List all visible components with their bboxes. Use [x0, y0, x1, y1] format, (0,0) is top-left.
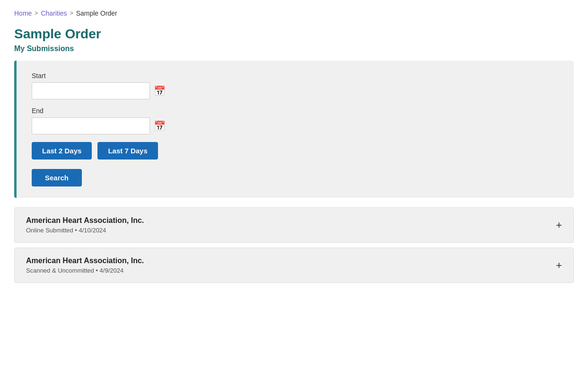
- results-list: American Heart Association, Inc. Online …: [14, 207, 574, 283]
- last-7-days-button[interactable]: Last 7 Days: [97, 142, 158, 160]
- end-date-input[interactable]: [32, 117, 150, 134]
- end-date-group: End 📅: [32, 107, 559, 134]
- breadcrumb-current: Sample Order: [76, 9, 117, 17]
- start-date-input-wrapper: 📅: [32, 82, 559, 99]
- result-card-content-2: American Heart Association, Inc. Scanned…: [26, 257, 144, 274]
- page-subtitle: My Submissions: [14, 44, 574, 53]
- end-calendar-icon[interactable]: 📅: [154, 120, 166, 132]
- page-title: Sample Order: [14, 27, 574, 42]
- breadcrumb-separator-1: >: [35, 10, 38, 17]
- result-title-2: American Heart Association, Inc.: [26, 257, 144, 265]
- result-card-content-1: American Heart Association, Inc. Online …: [26, 216, 144, 234]
- search-button[interactable]: Search: [32, 169, 82, 186]
- expand-icon-1[interactable]: +: [556, 219, 562, 231]
- result-title-1: American Heart Association, Inc.: [26, 216, 144, 225]
- expand-icon-2[interactable]: +: [556, 259, 562, 272]
- quick-date-buttons: Last 2 Days Last 7 Days: [32, 142, 559, 160]
- start-date-label: Start: [32, 72, 559, 80]
- start-calendar-icon[interactable]: 📅: [154, 85, 166, 97]
- start-date-group: Start 📅: [32, 72, 559, 99]
- table-row: American Heart Association, Inc. Online …: [14, 207, 574, 243]
- breadcrumb-charities-link[interactable]: Charities: [41, 9, 67, 17]
- result-meta-1: Online Submitted • 4/10/2024: [26, 227, 144, 234]
- table-row: American Heart Association, Inc. Scanned…: [14, 248, 574, 283]
- last-2-days-button[interactable]: Last 2 Days: [32, 142, 92, 160]
- end-date-input-wrapper: 📅: [32, 117, 559, 134]
- start-date-input[interactable]: [32, 82, 150, 99]
- end-date-label: End: [32, 107, 559, 115]
- breadcrumb: Home > Charities > Sample Order: [14, 9, 574, 17]
- filter-panel: Start 📅 End 📅 Last 2 Days Last 7 Days Se…: [14, 61, 574, 198]
- breadcrumb-home-link[interactable]: Home: [14, 9, 32, 17]
- breadcrumb-separator-2: >: [70, 10, 73, 17]
- result-meta-2: Scanned & Uncommitted • 4/9/2024: [26, 267, 144, 274]
